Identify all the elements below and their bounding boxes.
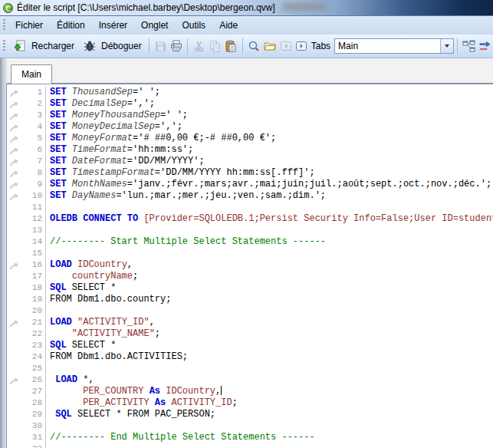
code-line-26[interactable]: 26 LOAD *, — [7, 374, 493, 386]
statement-arrow-icon — [7, 261, 24, 270]
tabs-dropdown-value: Main — [335, 41, 440, 51]
copy-icon[interactable] — [209, 40, 222, 53]
script-editor-window: Éditer le script [C:\Users\michael.barbe… — [0, 0, 493, 448]
open-folder-icon[interactable] — [263, 40, 276, 53]
code-line-15[interactable]: 15 — [7, 248, 493, 259]
line-number: 16 — [24, 259, 46, 271]
line-number: 13 — [24, 225, 46, 236]
code-text: SET MoneyFormat='# ##0,00 €;-# ##0,00 €'… — [46, 133, 276, 144]
find-icon[interactable] — [248, 40, 261, 53]
code-text: FROM Dbm1.dbo.country; — [46, 294, 171, 305]
statement-arrow-icon — [7, 146, 24, 155]
toolbar-grip-handle[interactable] — [3, 40, 5, 52]
code-line-12[interactable]: 12OLEDB CONNECT TO [Provider=SQLOLEDB.1;… — [7, 213, 493, 225]
cut-icon[interactable] — [192, 40, 205, 53]
save-icon[interactable] — [154, 40, 167, 53]
line-number: 21 — [24, 317, 46, 328]
code-line-28[interactable]: 28 PER_ACTIVITY As ACTIVITY_ID; — [7, 397, 493, 409]
script-tabstrip: Main — [7, 58, 493, 84]
line-number: 25 — [24, 363, 46, 374]
code-text: SQL SELECT * FROM PAC_PERSON; — [46, 409, 215, 420]
table-viewer-icon[interactable] — [462, 40, 475, 53]
code-line-21[interactable]: 21LOAD "ACTIVITY_ID", — [7, 317, 493, 328]
statement-arrow-icon — [7, 318, 24, 328]
code-text: SET MoneyDecimalSep=','; — [46, 121, 182, 133]
code-text: LOAD "ACTIVITY_ID", — [46, 317, 155, 328]
line-number: 9 — [24, 179, 46, 190]
tabs-dropdown-button[interactable] — [440, 39, 453, 53]
code-line-18[interactable]: 18SQL SELECT * — [7, 282, 493, 294]
code-line-25[interactable]: 25 — [7, 363, 493, 374]
debug-button[interactable]: Déboguer — [78, 38, 146, 54]
code-line-6[interactable]: 6SET TimeFormat='hh:mm:ss'; — [7, 144, 493, 156]
code-line-10[interactable]: 10SET DayNames='lun.;mar.;mer.;jeu.;ven.… — [7, 190, 493, 202]
syntax-check-icon[interactable] — [478, 40, 491, 53]
line-number: 15 — [24, 248, 46, 259]
reload-button[interactable]: Recharger — [8, 38, 78, 54]
forward-icon[interactable] — [295, 40, 308, 53]
code-line-13[interactable]: 13 — [7, 225, 493, 236]
code-line-1[interactable]: 1SET ThousandSep=' '; — [7, 87, 493, 98]
code-line-8[interactable]: 8SET TimestampFormat='DD/MM/YYYY hh:mm:s… — [7, 167, 493, 179]
menu-outils[interactable]: Outils — [175, 18, 212, 33]
statement-arrow-icon — [7, 157, 24, 166]
code-line-4[interactable]: 4SET MoneyDecimalSep=','; — [7, 121, 493, 133]
menu-onglet[interactable]: Onglet — [134, 18, 175, 33]
code-text: SQL SELECT * — [46, 340, 116, 351]
menu-fichier[interactable]: Fichier — [8, 18, 50, 33]
line-number: 8 — [24, 167, 46, 179]
code-line-20[interactable]: 20 — [7, 305, 493, 317]
statement-arrow-icon — [7, 100, 24, 109]
script-editor-pane[interactable]: 1SET ThousandSep=' ';2SET DecimalSep=','… — [6, 84, 493, 448]
toolbar-separator — [457, 38, 458, 54]
line-number: 2 — [24, 98, 46, 110]
code-line-32[interactable]: 32 — [7, 443, 493, 448]
statement-arrow-icon — [7, 134, 24, 143]
code-text: SET DateFormat='DD/MM/YYYY'; — [46, 156, 205, 167]
menubar-grip-handle[interactable] — [3, 19, 5, 31]
menu-edition[interactable]: Édition — [50, 18, 92, 33]
line-number: 18 — [24, 282, 46, 294]
menu-aide[interactable]: Aide — [212, 18, 245, 33]
code-line-3[interactable]: 3SET MoneyThousandSep=' '; — [7, 110, 493, 121]
code-line-17[interactable]: 17 countryName; — [7, 271, 493, 282]
statement-arrow-icon — [7, 376, 24, 385]
code-text: SET DecimalSep=','; — [46, 98, 155, 110]
code-text: countryName; — [46, 271, 138, 282]
reload-button-label: Recharger — [31, 41, 74, 51]
code-text: PER_COUNTRY As IDCountry, — [46, 386, 222, 397]
back-icon[interactable] — [279, 40, 292, 53]
chevron-down-icon — [445, 44, 449, 48]
code-line-2[interactable]: 2SET DecimalSep=','; — [7, 98, 493, 110]
code-line-5[interactable]: 5SET MoneyFormat='# ##0,00 €;-# ##0,00 €… — [7, 133, 493, 144]
menu-inserer[interactable]: Insérer — [92, 18, 134, 33]
code-line-11[interactable]: 11 — [7, 202, 493, 213]
code-line-29[interactable]: 29 SQL SELECT * FROM PAC_PERSON; — [7, 409, 493, 420]
tabs-dropdown[interactable]: Main — [334, 38, 454, 54]
statement-arrow-icon — [7, 180, 24, 189]
code-text: //-------- Start Multiple Select Stateme… — [46, 236, 326, 248]
code-line-14[interactable]: 14//-------- Start Multiple Select State… — [7, 236, 493, 248]
paste-icon[interactable] — [225, 40, 238, 53]
code-line-27[interactable]: 27 PER_COUNTRY As IDCountry, — [7, 386, 493, 397]
line-number: 14 — [24, 236, 46, 248]
code-line-19[interactable]: 19FROM Dbm1.dbo.country; — [7, 294, 493, 305]
code-text: //-------- End Multiple Select Statement… — [46, 432, 315, 443]
code-text: SET MoneyThousandSep=' '; — [46, 110, 188, 121]
code-line-24[interactable]: 24FROM Dbm1.dbo.ACTIVITIES; — [7, 351, 493, 363]
redacted-title-text — [282, 3, 327, 11]
code-line-23[interactable]: 23SQL SELECT * — [7, 340, 493, 351]
print-icon[interactable] — [169, 40, 182, 53]
code-line-30[interactable]: 30 — [7, 420, 493, 432]
code-line-9[interactable]: 9SET MonthNames='janv.;févr.;mars;avr.;m… — [7, 179, 493, 190]
code-line-7[interactable]: 7SET DateFormat='DD/MM/YYYY'; — [7, 156, 493, 167]
code-line-22[interactable]: 22 "ACTIVITY_NAME"; — [7, 328, 493, 340]
code-text: OLEDB CONNECT TO [Provider=SQLOLEDB.1;Pe… — [46, 213, 493, 225]
line-number: 23 — [24, 340, 46, 351]
code-text: SET DayNames='lun.;mar.;mer.;jeu.;ven.;s… — [46, 190, 326, 202]
code-line-31[interactable]: 31//-------- End Multiple Select Stateme… — [7, 432, 493, 443]
window-title: Éditer le script [C:\Users\michael.barbe… — [17, 2, 275, 13]
tab-main[interactable]: Main — [11, 64, 52, 84]
code-text: SET TimestampFormat='DD/MM/YYYY hh:mm:ss… — [46, 167, 315, 179]
code-line-16[interactable]: 16LOAD IDCountry, — [7, 259, 493, 271]
